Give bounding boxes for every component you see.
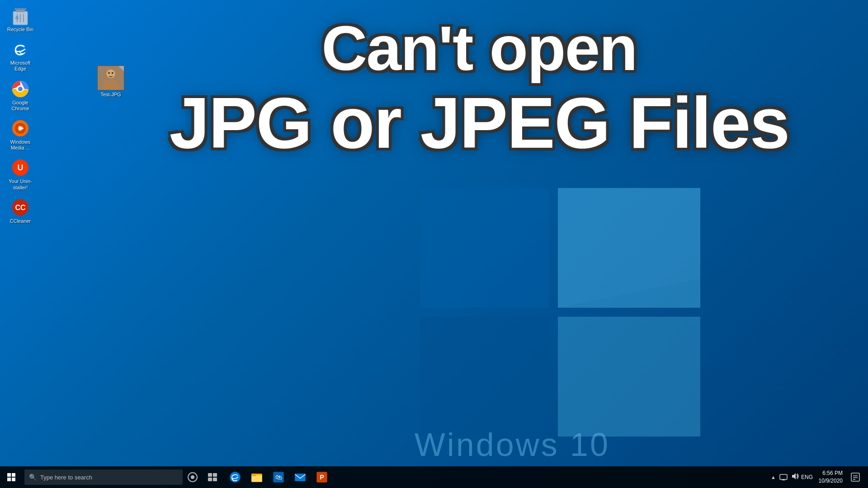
svg-text:CC: CC xyxy=(15,204,26,211)
clock-date: 10/9/2020 xyxy=(819,477,843,485)
tray-network-icon[interactable] xyxy=(779,472,788,482)
clock-time: 6:56 PM xyxy=(822,469,843,477)
svg-rect-33 xyxy=(213,473,217,477)
taskbar-app-powerpoint[interactable]: P xyxy=(311,466,333,488)
svg-point-15 xyxy=(18,87,23,91)
edge-icon xyxy=(11,40,30,59)
action-center-button[interactable] xyxy=(846,466,864,488)
svg-rect-7 xyxy=(14,8,26,10)
svg-text:P: P xyxy=(320,474,324,481)
svg-rect-2 xyxy=(420,317,549,436)
svg-rect-38 xyxy=(251,475,262,482)
edge-label: Microsoft Edge xyxy=(4,60,37,72)
media-label: Windows Media ... xyxy=(4,139,37,151)
win-pane-1 xyxy=(7,473,11,477)
chrome-label: Google Chrome xyxy=(4,100,37,112)
taskbar: 🔍 Type here to search xyxy=(0,466,868,488)
desktop-icon-edge[interactable]: Microsoft Edge xyxy=(2,38,38,74)
start-logo xyxy=(7,473,15,481)
svg-text:U: U xyxy=(18,163,24,172)
svg-rect-3 xyxy=(558,317,700,436)
svg-rect-49 xyxy=(851,473,859,481)
chrome-icon xyxy=(11,80,30,99)
windows-media-icon xyxy=(11,119,30,138)
headline-line2: JPG or JPEG Files xyxy=(90,83,868,163)
taskbar-app-mail[interactable] xyxy=(289,466,311,488)
cortana-icon xyxy=(188,472,198,482)
taskbar-app-file-explorer[interactable] xyxy=(246,466,268,488)
desktop-icon-media[interactable]: Windows Media ... xyxy=(2,117,38,153)
tray-expand-arrow[interactable]: ▲ xyxy=(771,474,776,480)
ccleaner-icon: CC xyxy=(11,198,30,217)
desktop-icon-uninstaller[interactable]: U Your Unin-staller! xyxy=(2,156,38,192)
ccleaner-label: CCleaner xyxy=(10,218,31,224)
cortana-button[interactable] xyxy=(183,466,203,488)
windows10-text: Windows 10 xyxy=(415,426,610,463)
svg-rect-32 xyxy=(208,473,212,477)
uninstaller-label: Your Unin-staller! xyxy=(4,178,37,190)
taskbar-right: ▲ ENG 6:56 PM 10 xyxy=(767,466,868,488)
start-button[interactable] xyxy=(0,466,23,488)
taskbar-app-edge[interactable] xyxy=(224,466,246,488)
svg-rect-35 xyxy=(213,478,217,481)
tray-icons xyxy=(779,472,799,482)
svg-rect-39 xyxy=(251,474,256,476)
svg-rect-42 xyxy=(295,474,305,481)
taskbar-app-store[interactable]: 🛍 xyxy=(268,466,289,488)
clock[interactable]: 6:56 PM 10/9/2020 xyxy=(815,469,846,485)
svg-marker-48 xyxy=(792,473,796,479)
windows-logo-watermark xyxy=(420,188,700,452)
svg-text:♻: ♻ xyxy=(15,15,19,20)
task-view-button[interactable] xyxy=(203,466,222,488)
tray-volume-icon[interactable] xyxy=(791,472,799,482)
win-pane-4 xyxy=(12,478,15,481)
headline-text: Can't open JPG or JPEG Files xyxy=(90,14,868,163)
svg-point-31 xyxy=(191,475,194,479)
svg-rect-34 xyxy=(208,478,212,481)
win-pane-2 xyxy=(12,473,15,477)
recycle-bin-icon: ♻ xyxy=(11,6,30,25)
recycle-bin-label: Recycle Bin xyxy=(7,27,33,33)
desktop-icons-container: ♻ Recycle Bin Microsoft Edge xyxy=(2,5,38,226)
desktop-icon-ccleaner[interactable]: CC CCleaner xyxy=(2,196,38,226)
svg-rect-0 xyxy=(420,188,549,308)
system-tray: ▲ xyxy=(767,474,779,480)
win-pane-3 xyxy=(7,478,11,481)
headline-line1: Can't open xyxy=(321,13,637,84)
language-indicator[interactable]: ENG xyxy=(799,474,815,480)
desktop-icon-chrome[interactable]: Google Chrome xyxy=(2,78,38,113)
svg-text:🛍: 🛍 xyxy=(275,474,282,481)
svg-rect-45 xyxy=(780,474,787,479)
desktop-icon-recycle-bin[interactable]: ♻ Recycle Bin xyxy=(2,5,38,34)
search-icon: 🔍 xyxy=(29,474,37,481)
search-placeholder-text: Type here to search xyxy=(40,474,92,481)
uninstaller-icon: U xyxy=(11,158,30,177)
search-bar[interactable]: 🔍 Type here to search xyxy=(24,469,183,485)
taskbar-apps: 🛍 P xyxy=(224,466,333,488)
task-view-icon xyxy=(208,473,217,482)
